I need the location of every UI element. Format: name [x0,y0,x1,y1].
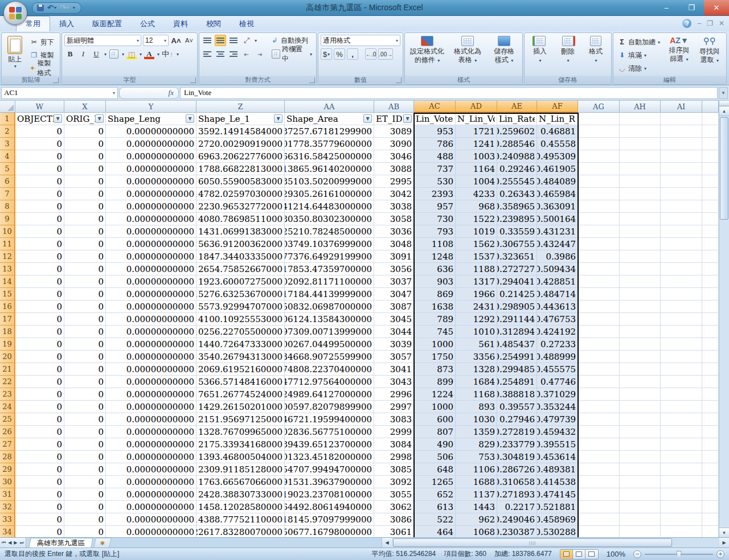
cell-AB6[interactable]: 2995 [374,175,414,188]
cell-partial[interactable] [702,351,719,363]
cell-AC3[interactable]: 786 [414,138,456,150]
cell-styles-button[interactable]: 儲存格樣式 ▾ [488,35,520,76]
cell-AB24[interactable]: 2997 [374,401,414,413]
row-header-13[interactable]: 13 [0,263,15,275]
row-header-24[interactable]: 24 [0,401,15,413]
cell-AI18[interactable] [661,326,702,338]
tab-formulas[interactable]: 公式 [131,17,164,31]
cell-W29[interactable]: 0 [15,463,64,476]
cell-Y9[interactable]: 0.00000000000 [106,213,196,225]
cell-Y34[interactable]: 0.00000000000 [106,526,196,537]
cell-AG13[interactable] [578,263,620,275]
cell-AE21[interactable]: 0.299485 [497,363,537,376]
cell-X11[interactable]: 0 [64,238,106,250]
row-header-29[interactable]: 29 [0,463,15,476]
autosum-button[interactable]: Σ自動加總▾ [616,36,663,48]
page-layout-view-button[interactable] [573,550,585,559]
cell-AA10[interactable]: 125210.78248500000 [285,225,374,238]
cell-AF31[interactable]: 0.474145 [537,488,578,501]
cell-AD24[interactable]: 893 [456,401,497,413]
cell-AI19[interactable] [661,338,702,351]
cell-AA11[interactable]: 1203749.10376999000 [285,238,374,250]
cell-partial[interactable] [702,326,719,338]
font-name-combo[interactable]: 新細明體▾ [64,35,141,46]
doc-restore-button[interactable]: ❐ [707,19,713,27]
cell-AC24[interactable]: 1000 [414,401,456,413]
cell-X15[interactable]: 0 [64,288,106,300]
cell-AG19[interactable] [578,338,620,351]
cell-Y25[interactable]: 0.00000000000 [106,413,196,426]
row-header-26[interactable]: 26 [0,426,15,438]
cell-AG7[interactable] [578,188,620,200]
cell-AI12[interactable] [661,250,702,263]
cell-AE30[interactable]: 0.310658 [497,476,537,488]
cell-Y16[interactable]: 0.00000000000 [106,300,196,313]
cell-AH14[interactable] [620,275,661,288]
cell-AC16[interactable]: 1638 [414,300,456,313]
restore-button[interactable]: ❐ [679,0,704,15]
row-header-32[interactable]: 32 [0,501,15,513]
align-center-button[interactable] [215,48,226,60]
cell-Y5[interactable]: 0.00000000000 [106,163,196,175]
cell-X13[interactable]: 0 [64,263,106,275]
row-header-10[interactable]: 10 [0,225,15,238]
align-left-button[interactable] [202,48,213,60]
clear-button[interactable]: ◡清除▾ [616,63,663,74]
cell-AG6[interactable] [578,175,620,188]
cell-AE8[interactable]: 0.358965 [497,200,537,213]
cell-X14[interactable]: 0 [64,275,106,288]
font-color-button[interactable]: A [144,48,155,60]
cell-AA29[interactable]: 254707.99494700000 [285,463,374,476]
row-header-5[interactable]: 5 [0,163,15,175]
cell-Z16[interactable]: 5573.92994707000 [196,300,285,313]
cell-partial[interactable] [702,275,719,288]
page-break-view-button[interactable] [585,550,598,559]
cell-AH32[interactable] [620,501,661,513]
cell-Y10[interactable]: 0.00000000000 [106,225,196,238]
name-box[interactable]: AC1▾ [1,87,118,99]
cell-AB8[interactable]: 3038 [374,200,414,213]
cell-AI14[interactable] [661,275,702,288]
cell-AH11[interactable] [620,238,661,250]
cell-AE13[interactable]: 0.272727 [497,263,537,275]
cell-AD7[interactable]: 4233 [456,188,497,200]
row-header-19[interactable]: 19 [0,338,15,351]
cell-AB5[interactable]: 3088 [374,163,414,175]
cell-Y11[interactable]: 0.00000000000 [106,238,196,250]
cell-AC31[interactable]: 652 [414,488,456,501]
cell-AE25[interactable]: 0.27946 [497,413,537,426]
cell-partial[interactable] [702,300,719,313]
cell-W14[interactable]: 0 [15,275,64,288]
cell-partial[interactable] [702,501,719,513]
cell-partial[interactable] [702,113,719,125]
cell-W19[interactable]: 0 [15,338,64,351]
cell-partial[interactable] [702,163,719,175]
cell-AH22[interactable] [620,376,661,388]
cell-AC5[interactable]: 737 [414,163,456,175]
cell-AF12[interactable]: 0.3986 [537,250,578,263]
cell-AE27[interactable]: 0.233779 [497,438,537,451]
cell-X6[interactable]: 0 [64,175,106,188]
cell-AH34[interactable] [620,526,661,537]
cell-AI2[interactable] [661,125,702,138]
bold-button[interactable]: B [64,48,76,60]
cell-AI1[interactable] [661,113,702,125]
cell-AF9[interactable]: 0.500164 [537,213,578,225]
cell-AE17[interactable]: 0.291144 [497,313,537,326]
cell-AB22[interactable]: 3043 [374,376,414,388]
cell-AC1[interactable]: Lin_Vote [414,113,456,125]
cell-AI20[interactable] [661,351,702,363]
cell-AA25[interactable]: 246721.19599400000 [285,413,374,426]
align-right-button[interactable] [228,48,239,60]
cell-AA6[interactable]: 1585103.50200999000 [285,175,374,188]
cell-AG32[interactable] [578,501,620,513]
cell-X32[interactable]: 0 [64,501,106,513]
cell-AC2[interactable]: 953 [414,125,456,138]
cell-Z22[interactable]: 5366.57148416000 [196,376,285,388]
cell-Y26[interactable]: 0.00000000000 [106,426,196,438]
cell-AE5[interactable]: 0.29246 [497,163,537,175]
formula-input[interactable]: Lin_Vote [180,87,718,99]
cell-X23[interactable]: 0 [64,388,106,401]
row-header-21[interactable]: 21 [0,363,15,376]
cell-AC14[interactable]: 903 [414,275,456,288]
